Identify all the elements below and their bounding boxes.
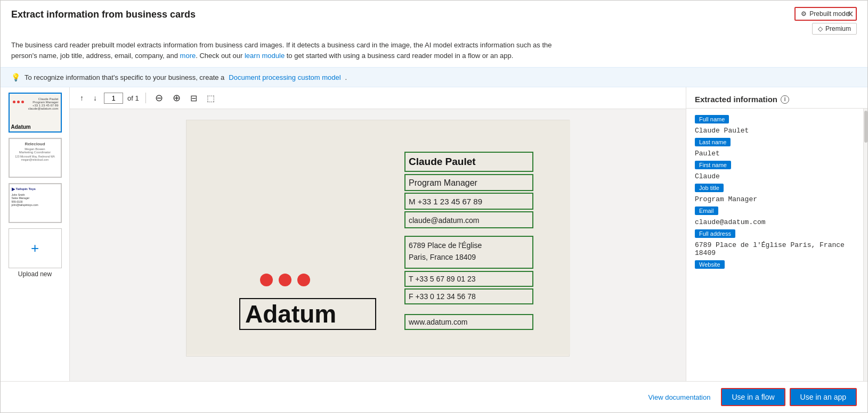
field-value-jobtitle: Program Manager — [695, 194, 855, 206]
plus-icon: + — [31, 240, 39, 257]
field-address: Full address 6789 Place de l'Église Pari… — [695, 229, 855, 260]
scroll-thumb[interactable] — [864, 111, 867, 143]
page-up-button[interactable]: ↑ — [77, 92, 86, 104]
upload-new-box[interactable]: + — [9, 228, 62, 268]
field-label-website: Website — [695, 260, 725, 269]
view-documentation-link[interactable]: View documentation — [648, 393, 711, 401]
custom-model-link[interactable]: Document processing custom model — [229, 73, 340, 81]
svg-text:M +33 1 23 45 67 89: M +33 1 23 45 67 89 — [409, 197, 482, 206]
thumb-card2-title: Relecloud — [12, 142, 59, 146]
svg-text:claude@adatum.com: claude@adatum.com — [409, 216, 480, 225]
svg-text:www.adatum.com: www.adatum.com — [408, 318, 467, 326]
extracted-content: Full name Claude Paulet Last name Paulet… — [686, 109, 863, 381]
zoom-in-button[interactable]: ⊕ — [170, 90, 183, 105]
dot-2 — [17, 101, 20, 103]
toolbar-divider — [145, 93, 146, 103]
page-of-label: of 1 — [127, 94, 139, 102]
description-text: The business card reader prebuilt model … — [11, 40, 571, 61]
lightbulb-icon: 💡 — [11, 73, 20, 81]
svg-text:T +33 5 67 89 01 23: T +33 5 67 89 01 23 — [409, 275, 476, 283]
svg-text:Paris, France 18409: Paris, France 18409 — [409, 253, 476, 261]
svg-rect-0 — [186, 120, 570, 354]
field-label-fullname: Full name — [695, 115, 729, 123]
field-value-fullname: Claude Paulet — [695, 126, 855, 138]
thumb-card3-content: ▶ Tailspin Toys John Smith Sales Manager… — [10, 185, 61, 222]
page-input[interactable] — [104, 93, 123, 104]
thumbnail-image-2[interactable]: Relecloud Megan Bowen Marketing Coordina… — [9, 138, 62, 178]
dialog-footer: View documentation Use in a flow Use in … — [1, 381, 867, 412]
field-label-firstname: First name — [695, 161, 731, 169]
thumb-card2-sub: Megan Bowen Marketing Coordinator 123 Mi… — [12, 147, 59, 161]
thumb-card1-dots — [13, 101, 24, 103]
svg-point-21 — [297, 274, 310, 286]
field-email: Email claude@adatum.com — [695, 206, 855, 229]
thumbnail-image-1[interactable]: Claude Paulet Program Manager +33 1 23 4… — [9, 93, 62, 133]
thumbnail-item-2[interactable]: Relecloud Megan Bowen Marketing Coordina… — [5, 138, 65, 178]
extracted-panel: Extracted information i Full name Claude… — [686, 87, 867, 381]
thumb-card1-company: Adatum — [11, 124, 59, 130]
viewer-canvas[interactable]: Claude Paulet Program Manager M +33 1 23… — [70, 109, 686, 381]
field-fullname: Full name Claude Paulet — [695, 115, 855, 138]
dot-1 — [13, 101, 15, 103]
banner-text-end: . — [345, 73, 347, 81]
use-in-app-button[interactable]: Use in an app — [790, 388, 857, 406]
fit-width-button[interactable]: ⊟ — [188, 92, 200, 105]
premium-icon: ◇ — [818, 25, 823, 32]
info-banner: 💡 To recognize information that's specif… — [1, 67, 867, 87]
panel-scroll-container: Full name Claude Paulet Last name Paulet… — [686, 109, 867, 381]
business-card: Claude Paulet Program Manager M +33 1 23… — [186, 120, 570, 357]
field-website: Website — [695, 260, 855, 275]
field-value-firstname: Claude — [695, 171, 855, 184]
field-label-lastname: Last name — [695, 138, 731, 146]
business-card-svg: Claude Paulet Program Manager M +33 1 23… — [186, 120, 570, 354]
dialog-container: Extract information from business cards … — [0, 0, 868, 413]
field-jobtitle: Job title Program Manager — [695, 184, 855, 206]
fit-page-button[interactable]: ⬚ — [204, 92, 217, 105]
thumb-card1-info: Claude Paulet Program Manager +33 1 23 4… — [28, 97, 59, 110]
svg-text:F +33 0 12 34 56 78: F +33 0 12 34 56 78 — [409, 292, 476, 301]
upload-new-item[interactable]: + Upload new — [5, 228, 65, 278]
document-viewer: ↑ ↓ of 1 ⊖ ⊕ ⊟ ⬚ — [70, 87, 686, 381]
dialog-title: Extract information from business cards — [11, 9, 196, 20]
svg-text:Claude Paulet: Claude Paulet — [409, 156, 476, 167]
page-down-button[interactable]: ↓ — [91, 92, 100, 104]
svg-text:Adatum: Adatum — [245, 300, 336, 328]
thumbnail-sidebar: Claude Paulet Program Manager +33 1 23 4… — [1, 87, 70, 381]
use-in-flow-button[interactable]: Use in a flow — [721, 388, 785, 406]
field-firstname: First name Claude — [695, 161, 855, 184]
zoom-out-button[interactable]: ⊖ — [152, 90, 166, 105]
extracted-title: Extracted information — [695, 95, 777, 104]
learn-module-link[interactable]: learn module — [245, 52, 285, 60]
viewer-toolbar: ↑ ↓ of 1 ⊖ ⊕ ⊟ ⬚ — [70, 87, 686, 109]
field-value-email: claude@adatum.com — [695, 217, 855, 229]
svg-point-20 — [279, 274, 291, 286]
svg-text:6789 Place de l'Église: 6789 Place de l'Église — [409, 241, 482, 250]
field-value-lastname: Paulet — [695, 148, 855, 161]
field-value-website — [695, 271, 855, 275]
close-button[interactable]: ✕ — [843, 8, 857, 20]
field-label-email: Email — [695, 206, 718, 215]
svg-text:Program Manager: Program Manager — [409, 178, 478, 187]
thumb-card3-info: John Smith Sales Manager 555-0100 john@t… — [12, 193, 59, 206]
thumbnail-item-3[interactable]: ▶ Tailspin Toys John Smith Sales Manager… — [5, 183, 65, 223]
svg-point-19 — [260, 274, 273, 286]
thumb-card1-content: Claude Paulet Program Manager +33 1 23 4… — [10, 94, 61, 131]
info-circle-icon[interactable]: i — [781, 95, 789, 104]
thumbnail-item-1[interactable]: Claude Paulet Program Manager +33 1 23 4… — [5, 93, 65, 133]
prebuilt-model-area: ⚙ Prebuilt model ◇ Premium ✕ — [794, 7, 857, 35]
panel-scrollbar[interactable] — [863, 109, 867, 381]
thumb-card3-logo: ▶ Tailspin Toys — [12, 187, 59, 192]
thumb-card2-content: Relecloud Megan Bowen Marketing Coordina… — [10, 139, 61, 177]
field-label-address: Full address — [695, 229, 735, 238]
dialog-header: Extract information from business cards … — [1, 1, 867, 40]
more-link[interactable]: more — [180, 52, 196, 60]
prebuilt-model-icon: ⚙ — [801, 10, 807, 18]
premium-badge-button[interactable]: ◇ Premium — [812, 23, 857, 35]
field-lastname: Last name Paulet — [695, 138, 855, 161]
extracted-header: Extracted information i — [686, 87, 867, 109]
banner-text: To recognize information that's specific… — [25, 73, 224, 81]
thumbnail-image-3[interactable]: ▶ Tailspin Toys John Smith Sales Manager… — [9, 183, 62, 223]
dot-3 — [21, 101, 24, 103]
main-content: Claude Paulet Program Manager +33 1 23 4… — [1, 87, 867, 381]
field-value-address: 6789 Place de l'Église Paris, France 184… — [695, 240, 855, 260]
